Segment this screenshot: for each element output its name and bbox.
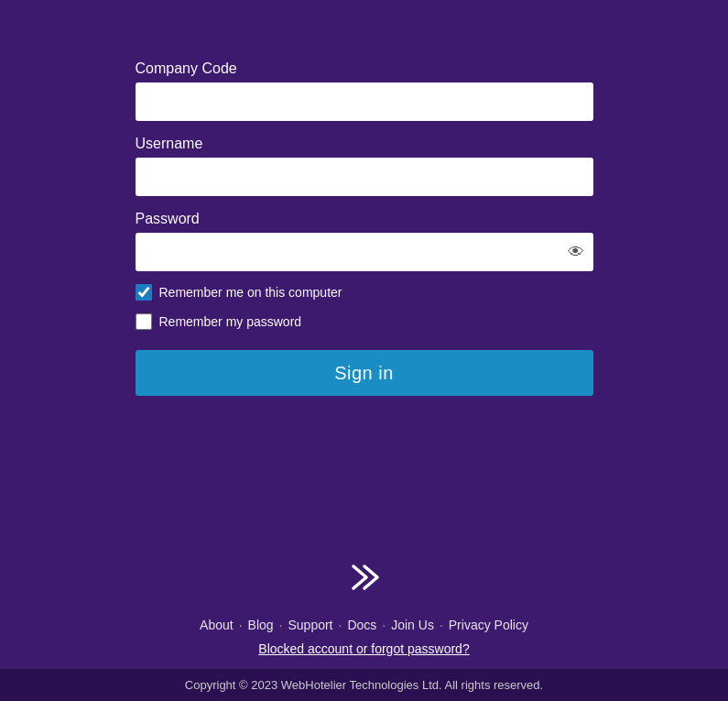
forgot-password-link[interactable]: Blocked account or forgot password? xyxy=(258,641,469,656)
separator-3: · xyxy=(339,618,342,632)
separator-1: · xyxy=(239,618,243,632)
copyright-bar: Copyright © 2023 WebHotelier Technologie… xyxy=(0,669,728,701)
footer-link-join-us[interactable]: Join Us xyxy=(391,618,434,632)
footer-link-support[interactable]: Support xyxy=(288,618,332,632)
remember-me-row[interactable]: Remember me on this computer xyxy=(136,284,342,301)
logo-area xyxy=(346,559,383,599)
brand-logo-icon xyxy=(346,559,383,596)
toggle-password-icon[interactable]: 👁 xyxy=(568,243,584,262)
sign-in-button[interactable]: Sign in xyxy=(136,350,593,396)
username-label: Username xyxy=(136,136,203,152)
separator-2: · xyxy=(279,618,283,632)
password-input[interactable] xyxy=(136,233,593,271)
remember-password-checkbox[interactable] xyxy=(136,313,152,330)
password-label: Password xyxy=(136,211,200,227)
remember-password-row[interactable]: Remember my password xyxy=(136,313,302,330)
copyright-text: Copyright © 2023 WebHotelier Technologie… xyxy=(185,678,543,692)
separator-4: · xyxy=(382,618,386,632)
separator-5: · xyxy=(440,618,443,632)
remember-me-label: Remember me on this computer xyxy=(159,285,342,300)
remember-me-checkbox[interactable] xyxy=(136,284,152,301)
footer-link-about[interactable]: About xyxy=(200,618,234,632)
login-form: Company Code Username Password 👁 Remembe… xyxy=(136,46,593,396)
password-wrapper: 👁 xyxy=(136,233,593,271)
company-code-label: Company Code xyxy=(136,60,237,77)
footer-link-docs[interactable]: Docs xyxy=(347,618,376,632)
footer-link-privacy-policy[interactable]: Privacy Policy xyxy=(449,618,528,632)
footer-links: About · Blog · Support · Docs · Join Us … xyxy=(200,618,528,632)
company-code-input[interactable] xyxy=(136,82,593,121)
footer: About · Blog · Support · Docs · Join Us … xyxy=(0,559,728,701)
footer-link-blog[interactable]: Blog xyxy=(248,618,274,632)
username-input[interactable] xyxy=(136,158,593,196)
remember-password-label: Remember my password xyxy=(159,314,302,329)
